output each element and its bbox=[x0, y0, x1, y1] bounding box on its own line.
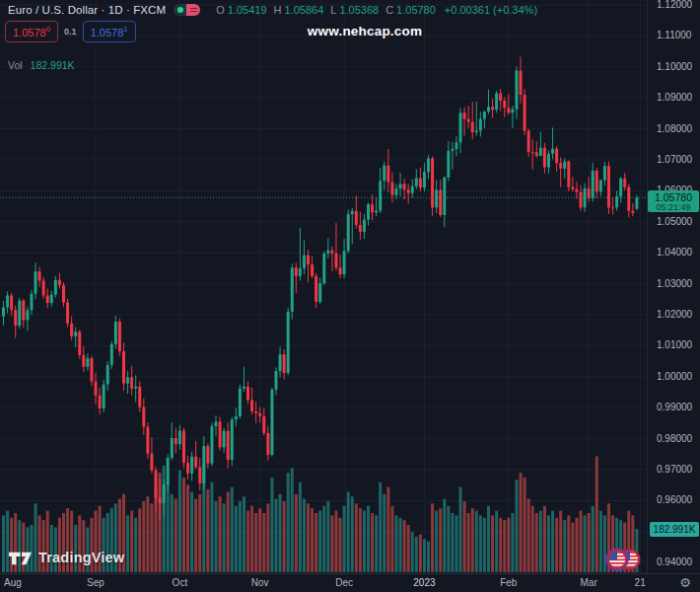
volume-bar bbox=[279, 494, 282, 572]
sell-price-value: 1.0578 bbox=[13, 27, 46, 38]
tradingview-logo[interactable]: TradingView bbox=[8, 550, 124, 565]
volume-bar bbox=[250, 506, 253, 572]
volume-bar bbox=[559, 511, 562, 572]
candle-wick bbox=[612, 197, 613, 214]
candle-body bbox=[262, 416, 265, 433]
candle-body bbox=[475, 130, 478, 132]
volume-bar bbox=[146, 496, 149, 572]
volume-bar bbox=[190, 491, 193, 572]
candle-body bbox=[459, 112, 462, 142]
volume-bar bbox=[592, 506, 595, 572]
volume-bar bbox=[274, 499, 277, 572]
volume-bar bbox=[531, 506, 534, 572]
market-status-toggle[interactable] bbox=[174, 4, 200, 16]
candle-body bbox=[315, 276, 317, 302]
candle-body bbox=[46, 296, 49, 304]
volume-bar bbox=[167, 482, 170, 572]
tradingview-logo-text: TradingView bbox=[38, 550, 124, 565]
economic-event-flags[interactable] bbox=[597, 547, 645, 572]
candle-wick bbox=[552, 127, 553, 159]
candle-body bbox=[535, 152, 538, 155]
volume-bar bbox=[206, 489, 209, 572]
candlestick-chart[interactable] bbox=[0, 0, 700, 592]
volume-bar bbox=[443, 499, 446, 572]
price-axis[interactable]: 1.120001.110001.100001.090001.080001.070… bbox=[648, 0, 700, 573]
candle-body bbox=[451, 149, 454, 151]
toggle-lines-icon bbox=[186, 4, 200, 16]
volume-bar bbox=[535, 513, 538, 572]
volume-bar bbox=[375, 515, 378, 572]
volume-bar bbox=[138, 508, 141, 572]
volume-bar bbox=[455, 515, 457, 572]
candle-body bbox=[343, 251, 346, 274]
candle-body bbox=[299, 268, 302, 276]
candle-body bbox=[543, 148, 546, 168]
volume-bar bbox=[524, 478, 526, 572]
time-axis-label: Dec bbox=[335, 577, 353, 588]
candle-body bbox=[202, 446, 205, 483]
spread-value: 0.1 bbox=[64, 27, 77, 37]
volume-bar bbox=[567, 515, 570, 572]
volume-bar bbox=[495, 511, 498, 572]
candle-body bbox=[575, 189, 578, 192]
volume-bar bbox=[435, 511, 438, 572]
volume-bar bbox=[326, 501, 329, 572]
volume-bar bbox=[475, 511, 478, 572]
volume-bar bbox=[575, 518, 578, 572]
volume-bar bbox=[178, 471, 181, 572]
candle-body bbox=[258, 413, 261, 416]
volume-bar bbox=[130, 511, 133, 572]
volume-bar bbox=[283, 501, 286, 572]
candle-body bbox=[603, 166, 606, 180]
volume-bar bbox=[471, 508, 474, 572]
candle-body bbox=[520, 71, 523, 95]
candle-body bbox=[511, 110, 514, 112]
open-value: 1.05419 bbox=[228, 4, 267, 16]
candle-body bbox=[491, 107, 494, 110]
candle-body bbox=[110, 344, 113, 365]
volume-bar bbox=[231, 487, 234, 572]
candle-body bbox=[318, 283, 321, 302]
volume-bar bbox=[295, 494, 298, 572]
buy-price-sup: 1 bbox=[123, 25, 127, 34]
volume-bar bbox=[266, 503, 269, 572]
candle-body bbox=[334, 254, 337, 267]
high-label: H bbox=[274, 4, 282, 16]
volume-bar bbox=[487, 506, 490, 572]
candle-body bbox=[182, 430, 185, 463]
low-value: 1.05368 bbox=[339, 4, 379, 16]
candle-body bbox=[142, 407, 145, 427]
time-axis[interactable]: ⚙ AugSepOctNovDec2023FebMar21 bbox=[0, 573, 700, 592]
candle-body bbox=[14, 310, 17, 326]
buy-price-button[interactable]: 1.05781 bbox=[83, 21, 136, 42]
candle-body bbox=[322, 254, 325, 283]
candle-body bbox=[524, 95, 526, 130]
price-tick-label: 0.97000 bbox=[657, 464, 692, 476]
volume-bar bbox=[539, 511, 542, 572]
volume-bar bbox=[483, 518, 486, 572]
candle-wick bbox=[408, 184, 409, 203]
volume-bar bbox=[198, 494, 201, 572]
volume-label[interactable]: Vol bbox=[8, 59, 23, 71]
candle-body bbox=[274, 371, 277, 390]
time-axis-label: Nov bbox=[251, 577, 269, 588]
volume-bar bbox=[246, 511, 249, 572]
price-tick-label: 1.04000 bbox=[657, 247, 692, 259]
candle-body bbox=[223, 431, 226, 448]
candle-body bbox=[235, 416, 238, 419]
symbol-title[interactable]: Euro / U.S. Dollar · 1D · FXCM bbox=[8, 4, 166, 16]
settings-gear-icon[interactable]: ⚙ bbox=[679, 575, 691, 590]
volume-bar bbox=[399, 518, 402, 572]
candle-wick bbox=[632, 203, 633, 216]
volume-bar bbox=[334, 511, 337, 572]
volume-bar bbox=[171, 494, 174, 572]
candle-wick bbox=[452, 142, 453, 170]
volume-bar bbox=[210, 482, 213, 572]
price-tick-label: 1.01000 bbox=[657, 339, 692, 351]
sell-price-button[interactable]: 1.05780 bbox=[5, 21, 58, 42]
candle-body bbox=[447, 151, 450, 178]
candle-body bbox=[483, 111, 486, 119]
price-tick-label: 0.98000 bbox=[657, 433, 692, 445]
candle-body bbox=[86, 358, 89, 367]
candle-body bbox=[2, 307, 5, 316]
